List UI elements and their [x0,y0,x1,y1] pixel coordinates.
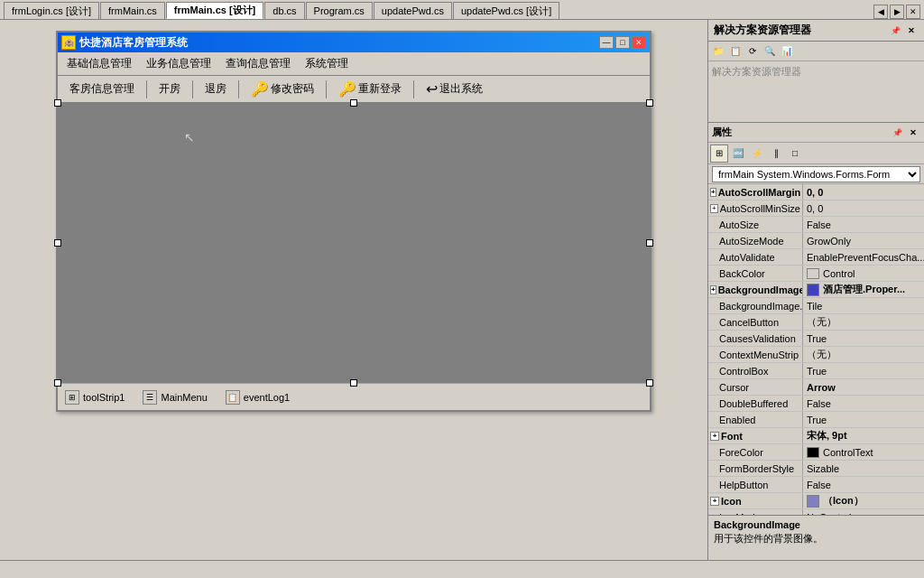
expand-font[interactable]: + [710,432,719,441]
props-tb-events[interactable]: ⚡ [748,144,766,163]
toolbar-relogin[interactable]: 🔑 重新登录 [330,78,410,100]
tray-mainmenu[interactable]: ☰ MainMenu [143,390,207,405]
props-tb-btn5[interactable]: □ [786,144,804,163]
tab-scroll-right[interactable]: ▶ [890,5,904,19]
prop-row-backgroundimage: + BackgroundImage 酒店管理.Proper... [708,282,924,298]
panel-pin[interactable]: 📌 [888,23,902,38]
toolbar-sep-4 [326,80,327,98]
maximize-button[interactable]: □ [615,36,630,49]
toolbar-room-info[interactable]: 客房信息管理 [61,79,143,99]
solution-explorer: 📁 📋 ⟳ 🔍 📊 解决方案资源管理器 [708,42,924,123]
form-body[interactable]: ↖ [58,103,650,383]
component-tray: ⊞ toolStrip1 ☰ MainMenu 📋 eventLog1 [58,383,650,410]
expand-autoscrollmargin[interactable]: + [710,188,716,197]
prop-row-cancelbutton: CancelButton （无） [708,314,924,331]
panel-header-actions: 📌 ✕ [888,23,919,38]
main-area: 🏨 快捷酒店客房管理系统 — □ ✕ 基础信息管理 业务信息管理 查 [0,20,924,560]
toolbar-checkout[interactable]: 退房 [197,79,235,99]
design-canvas[interactable]: 🏨 快捷酒店客房管理系统 — □ ✕ 基础信息管理 业务信息管理 查 [0,20,707,560]
menu-basic-info[interactable]: 基础信息管理 [61,54,137,73]
prop-row-contextmenustrip: ContextMenuStrip （无） [708,347,924,363]
menu-system-mgmt[interactable]: 系统管理 [300,54,354,73]
expand-icon[interactable]: + [710,497,719,506]
handle-tl[interactable] [54,99,61,107]
panel-close[interactable]: ✕ [904,23,919,38]
handle-bl[interactable] [54,379,61,387]
props-tb-btn4[interactable]: ∥ [767,144,785,163]
toolbar-change-pwd[interactable]: 🔑 修改密码 [243,78,322,100]
handle-lc[interactable] [54,239,61,247]
prop-row-backgroundimagelayout: BackgroundImage... Tile [708,298,924,314]
toolbar-checkin[interactable]: 开房 [151,79,189,99]
prop-row-controlbox: ControlBox True [708,363,924,379]
props-pin[interactable]: 📌 [890,126,904,140]
prop-row-helpbutton: HelpButton False [708,477,924,493]
menu-query-info[interactable]: 查询信息管理 [220,54,296,73]
right-panel: 解决方案资源管理器 📌 ✕ 📁 📋 ⟳ 🔍 📊 解决方案资源管理器 [707,20,924,560]
handle-bc[interactable] [350,379,357,387]
prop-row-icon: + Icon （Icon） [708,493,924,509]
prop-row-formborderstyle: FormBorderStyle Sizable [708,461,924,477]
sol-btn-4[interactable]: 🔍 [762,43,778,60]
form-title-buttons: — □ ✕ [599,36,646,49]
props-header: 属性 📌 ✕ [708,123,924,143]
toolbar-exit[interactable]: ↩ 退出系统 [418,78,491,100]
props-table: + AutoScrollMargin 0, 0 + AutoScrollMinS… [708,184,924,515]
sol-content: 解决方案资源管理器 [708,61,924,82]
sol-btn-1[interactable]: 📁 [710,43,726,60]
tray-toolstrip[interactable]: ⊞ toolStrip1 [65,390,125,405]
forecolor-swatch [807,447,819,458]
handle-tc[interactable] [350,99,357,107]
props-tb-sort-category[interactable]: ⊞ [710,144,728,163]
props-desc-text: 用于该控件的背景图像。 [714,532,919,545]
props-object-select[interactable]: frmMain System.Windows.Forms.Form [712,166,920,182]
tab-scroll-left[interactable]: ◀ [873,5,888,19]
tab-bar: frmLogin.cs [设计] frmMain.cs frmMain.cs [… [0,0,924,20]
props-close[interactable]: ✕ [906,126,920,140]
eventlog-icon: 📋 [226,390,240,405]
prop-row-autoscrollminsize: + AutoScrollMinSize 0, 0 [708,200,924,217]
sol-btn-2[interactable]: 📋 [727,43,744,60]
tab-frmmain-cs[interactable]: frmMain.cs [100,2,165,19]
prop-row-autosize: AutoSize False [708,217,924,233]
prop-row-backcolor: BackColor Control [708,266,924,282]
backcolor-swatch [807,268,819,279]
expand-backgroundimage[interactable]: + [710,285,716,294]
prop-row-forecolor: ForeColor ControlText [708,444,924,461]
prop-row-autosizemode: AutoSizeMode GrowOnly [708,233,924,249]
tab-updatepwd-design[interactable]: updatePwd.cs [设计] [453,2,559,19]
expand-autoscrollminsize[interactable]: + [710,204,718,213]
tray-eventlog[interactable]: 📋 eventLog1 [226,390,290,405]
minimize-button[interactable]: — [599,36,614,49]
tab-program[interactable]: Program.cs [306,2,373,19]
sol-btn-5[interactable]: 📊 [779,43,795,60]
sol-btn-3[interactable]: ⟳ [744,43,761,60]
ide-window: frmLogin.cs [设计] frmMain.cs frmMain.cs [… [0,0,924,578]
menu-business-info[interactable]: 业务信息管理 [141,54,217,73]
prop-row-font: + Font 宋体, 9pt [708,428,924,444]
handle-br[interactable] [646,379,653,387]
toolbar-sep-2 [192,80,193,98]
mainmenu-icon: ☰ [143,390,157,405]
props-tb-sort-alpha[interactable]: 🔤 [729,144,747,163]
form-titlebar: 🏨 快捷酒店客房管理系统 — □ ✕ [58,33,650,52]
props-desc-title: BackgroundImage [714,519,919,530]
form-window: 🏨 快捷酒店客房管理系统 — □ ✕ 基础信息管理 业务信息管理 查 [56,31,651,412]
form-title-icon: 🏨 [61,35,76,50]
toolbar-sep-5 [413,80,414,98]
close-button[interactable]: ✕ [632,36,646,49]
toolbar-sep-1 [146,80,147,98]
properties-panel: 属性 📌 ✕ ⊞ 🔤 ⚡ ∥ □ frmMain System.Windows. [708,123,924,560]
prop-row-autoscrollmargin: + AutoScrollMargin 0, 0 [708,184,924,200]
prop-row-doublebuffered: DoubleBuffered False [708,396,924,412]
tab-db[interactable]: db.cs [264,2,304,19]
key2-icon: 🔑 [338,80,356,98]
tab-close[interactable]: ✕ [906,5,920,19]
design-area: 🏨 快捷酒店客房管理系统 — □ ✕ 基础信息管理 业务信息管理 查 [0,20,707,560]
handle-rc[interactable] [646,239,653,247]
tab-frmmain-design[interactable]: frmMain.cs [设计] [166,2,263,19]
handle-tr[interactable] [646,99,653,107]
tab-frmlogin[interactable]: frmLogin.cs [设计] [4,2,99,19]
tab-actions: ◀ ▶ ✕ [873,5,920,19]
tab-updatepwd[interactable]: updatePwd.cs [374,2,452,19]
